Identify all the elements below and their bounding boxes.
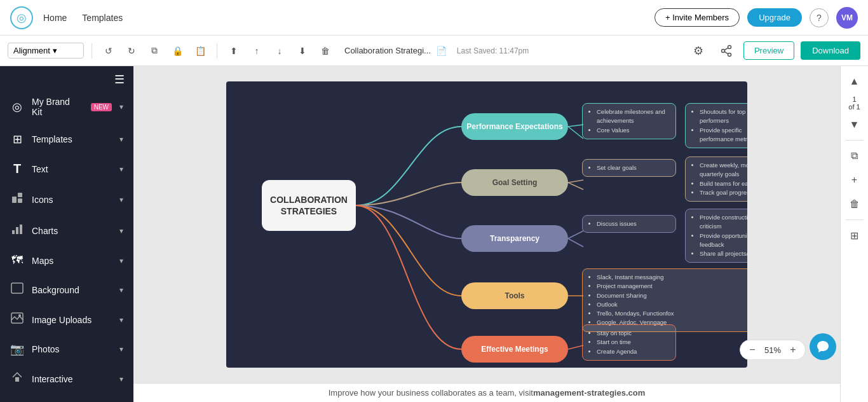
svg-line-16 (568, 127, 583, 139)
zoom-in-button[interactable]: + (786, 343, 800, 357)
svg-rect-9 (16, 227, 18, 234)
lock-button[interactable]: 🔒 (168, 42, 186, 60)
page-number: 1 of 1 (848, 95, 860, 111)
sidebar-item-photos-label: Photos (32, 344, 112, 354)
bottom-bar-link[interactable]: management-strategies.com (533, 388, 645, 398)
sidebar-item-charts[interactable]: Charts ▾ (0, 215, 133, 246)
brand-kit-arrow: ▾ (119, 102, 123, 111)
mind-map: COLLABORATION STRATEGIES Performance Exp… (226, 81, 747, 368)
page-down-button[interactable]: ▼ (844, 114, 865, 135)
text-arrow: ▾ (119, 165, 123, 174)
node-performance: Performance Expectations (461, 113, 568, 140)
charts-arrow: ▾ (119, 226, 123, 235)
text-icon: T (10, 162, 24, 176)
toolbar-right: ⚙ Preview Download (688, 40, 860, 62)
svg-rect-6 (18, 193, 22, 197)
sidebar-item-image-uploads[interactable]: Image Uploads ▾ (0, 305, 133, 335)
sidebar-item-templates-label: Templates (32, 134, 112, 144)
detail-goal1: Set clear goals (582, 159, 676, 177)
canvas-area: COLLABORATION STRATEGIES Performance Exp… (133, 66, 840, 402)
preview-button[interactable]: Preview (743, 41, 794, 60)
delete-button[interactable]: 🗑 (316, 42, 334, 60)
send-back-button[interactable]: ⬇ (294, 42, 311, 60)
sidebar-hamburger[interactable]: ☰ (0, 66, 133, 89)
svg-rect-14 (15, 377, 19, 382)
sidebar-item-background[interactable]: Background ▾ (0, 275, 133, 305)
svg-line-18 (568, 183, 583, 190)
background-arrow: ▾ (119, 286, 123, 295)
add-page-button[interactable]: + (844, 170, 865, 190)
copy-button[interactable]: ⧉ (146, 42, 163, 60)
svg-rect-11 (11, 283, 23, 293)
nav-home[interactable]: Home (43, 13, 67, 23)
image-uploads-icon (10, 312, 24, 327)
sidebar-item-templates[interactable]: ⊞ Templates ▾ (0, 125, 133, 154)
svg-rect-7 (18, 198, 22, 203)
bring-front-button[interactable]: ⬆ (225, 42, 243, 60)
grid-view-button[interactable]: ⊞ (844, 225, 865, 246)
settings-button[interactable]: ⚙ (688, 40, 709, 62)
detail-tools1: Slack, Instant messagingProject manageme… (582, 268, 747, 332)
doc-title-text: Collaboration Strategi... (344, 46, 431, 55)
toolbar: Alignment ▾ ↺ ↻ ⧉ 🔒 📋 ⬆ ↑ ↓ ⬇ 🗑 Collabor… (0, 36, 868, 66)
image-uploads-arrow: ▾ (119, 315, 123, 324)
right-panel: ▲ 1 of 1 ▼ ⧉ + 🗑 ⊞ (840, 66, 868, 402)
svg-line-22 (568, 345, 583, 349)
zoom-out-button[interactable]: − (745, 343, 759, 357)
bottom-bar: Improve how your business collaborates a… (133, 383, 840, 402)
sidebar: ☰ ◎ My Brand Kit NEW ▾ ⊞ Templates ▾ T T… (0, 66, 133, 402)
delete-page-button[interactable]: 🗑 (844, 194, 865, 214)
sidebar-item-interactive[interactable]: Interactive ▾ (0, 364, 133, 394)
page-up-button[interactable]: ▲ (844, 71, 865, 92)
icons-arrow: ▾ (119, 195, 123, 204)
node-center: COLLABORATION STRATEGIES (262, 180, 356, 231)
detail-meetings1: Stay on topicStart on timeCreate Agenda (582, 324, 676, 361)
avatar[interactable]: VM (836, 7, 858, 29)
download-button[interactable]: Download (801, 41, 860, 60)
svg-line-15 (568, 125, 583, 127)
svg-line-4 (724, 52, 728, 54)
zoom-controls: − 51% + (740, 340, 806, 360)
zoom-value: 51% (762, 345, 783, 355)
charts-icon (10, 223, 24, 239)
templates-arrow: ▾ (119, 135, 123, 144)
icons-icon (10, 191, 24, 207)
templates-icon: ⊞ (10, 132, 24, 146)
svg-point-1 (728, 53, 731, 56)
chat-button[interactable] (810, 333, 836, 360)
alignment-select[interactable]: Alignment ▾ (8, 43, 84, 59)
paste-button[interactable]: 📋 (191, 42, 209, 60)
svg-line-20 (568, 239, 583, 247)
svg-point-13 (18, 314, 21, 317)
sidebar-item-brand-kit[interactable]: ◎ My Brand Kit NEW ▾ (0, 89, 133, 125)
svg-line-17 (568, 180, 583, 183)
copy-page-button[interactable]: ⧉ (844, 146, 865, 166)
doc-icon: 📄 (436, 46, 447, 56)
invite-members-button[interactable]: + Invite Members (654, 8, 740, 27)
upgrade-button[interactable]: Upgrade (747, 8, 802, 27)
background-icon (10, 282, 24, 297)
redo-button[interactable]: ↻ (123, 42, 140, 60)
bring-up-button[interactable]: ↑ (248, 42, 266, 60)
send-down-button[interactable]: ↓ (271, 42, 288, 60)
doc-title: Collaboration Strategi... 📄 Last Saved: … (344, 46, 682, 56)
undo-button[interactable]: ↺ (100, 42, 118, 60)
sidebar-item-icons[interactable]: Icons ▾ (0, 184, 133, 215)
canvas-wrapper[interactable]: COLLABORATION STRATEGIES Performance Exp… (133, 66, 840, 383)
sidebar-item-charts-label: Charts (32, 226, 112, 236)
node-transparency: Transparency (461, 225, 568, 252)
sidebar-item-text-label: Text (32, 164, 112, 174)
sidebar-item-photos[interactable]: 📷 Photos ▾ (0, 335, 133, 364)
svg-rect-8 (12, 230, 15, 234)
help-button[interactable]: ? (810, 8, 829, 27)
top-nav: ◎ Home Templates + Invite Members Upgrad… (0, 0, 868, 36)
sidebar-item-text[interactable]: T Text ▾ (0, 154, 133, 184)
share-button[interactable] (715, 40, 737, 62)
sidebar-item-maps[interactable]: 🗺 Maps ▾ (0, 246, 133, 275)
brand-kit-icon: ◎ (10, 100, 24, 114)
nav-templates[interactable]: Templates (82, 13, 123, 23)
svg-rect-5 (12, 197, 17, 203)
sidebar-item-brand-kit-label: My Brand Kit (32, 97, 81, 117)
bottom-bar-text: Improve how your business collaborates a… (329, 388, 533, 398)
app-logo[interactable]: ◎ (10, 6, 33, 29)
